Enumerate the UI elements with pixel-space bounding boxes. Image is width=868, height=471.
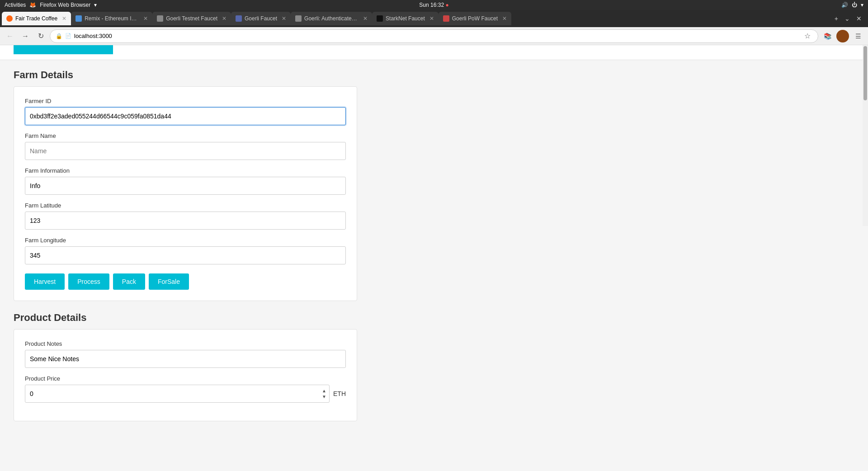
volume-icon[interactable]: 🔊 xyxy=(841,2,848,8)
tab-goerli-testnet[interactable]: Goerli Testnet Faucet ✕ xyxy=(152,12,231,25)
tab-close-starknet[interactable]: ✕ xyxy=(429,15,434,22)
tab-goerli-faucet[interactable]: Goerli Faucet ✕ xyxy=(231,12,291,25)
os-top-bar: Activities 🦊 Firefox Web Browser ▾ Sun 1… xyxy=(0,0,868,10)
price-increment-button[interactable]: ▲ xyxy=(321,388,328,394)
new-tab-button[interactable]: + xyxy=(833,14,840,23)
tab-label-goerli-auth: Goerli: Authenticated Fa… xyxy=(304,15,359,22)
tab-favicon-goerli-pow xyxy=(443,15,449,22)
product-notes-group: Product Notes xyxy=(25,340,346,368)
tab-favicon-goerli-testnet xyxy=(157,15,163,22)
page-content: Farm Details Farmer ID Farm Name Farm In… xyxy=(0,45,868,471)
farm-details-title: Farm Details xyxy=(14,69,854,81)
tab-label-starknet: StarkNet Faucet xyxy=(386,15,425,22)
nav-bar: ← → ↻ 🔒 📄 ☆ 📚 ☰ xyxy=(0,27,868,45)
reload-button[interactable]: ↻ xyxy=(34,30,47,42)
farm-action-buttons: Harvest Process Pack ForSale xyxy=(25,273,346,290)
tab-favicon-goerli-faucet xyxy=(236,15,242,22)
profile-avatar[interactable] xyxy=(836,30,849,42)
price-spinner-container: ▲ ▼ xyxy=(25,385,330,403)
tab-remix[interactable]: Remix - Ethereum IDE ✕ xyxy=(71,12,152,25)
harvest-button[interactable]: Harvest xyxy=(25,273,65,290)
firefox-icon: 🦊 xyxy=(29,2,36,8)
tab-favicon-remix xyxy=(75,15,82,22)
power-icon[interactable]: ⏻ xyxy=(852,2,857,8)
farmer-id-input[interactable] xyxy=(25,107,346,125)
tab-list-button[interactable]: ⌄ xyxy=(843,14,852,23)
tab-bar: Fair Trade Coffee ✕ Remix - Ethereum IDE… xyxy=(0,10,868,27)
farm-name-group: Farm Name xyxy=(25,132,346,160)
tab-starknet[interactable]: StarkNet Faucet ✕ xyxy=(372,12,439,25)
activities-label[interactable]: Activities xyxy=(5,2,26,8)
price-decrement-button[interactable]: ▼ xyxy=(321,394,328,400)
product-notes-input[interactable] xyxy=(25,350,346,368)
farm-info-group: Farm Information xyxy=(25,167,346,195)
top-buttons-area xyxy=(0,45,868,60)
tab-close-goerli-faucet[interactable]: ✕ xyxy=(282,15,286,22)
tab-label-goerli-faucet: Goerli Faucet xyxy=(245,15,277,22)
price-spinner: ▲ ▼ xyxy=(321,388,328,400)
farm-lat-input[interactable] xyxy=(25,212,346,230)
browser-chrome: Fair Trade Coffee ✕ Remix - Ethereum IDE… xyxy=(0,10,868,45)
tab-label-remix: Remix - Ethereum IDE xyxy=(85,15,139,22)
product-details-title: Product Details xyxy=(14,312,854,324)
address-bar: 🔒 📄 ☆ xyxy=(50,29,818,43)
scrollbar-thumb[interactable] xyxy=(863,46,867,100)
os-bar-left: Activities 🦊 Firefox Web Browser ▾ xyxy=(5,2,97,8)
tab-fair-trade[interactable]: Fair Trade Coffee ✕ xyxy=(2,12,71,25)
tab-close-goerli-testnet[interactable]: ✕ xyxy=(222,15,226,22)
farmer-id-group: Farmer ID xyxy=(25,98,346,125)
browser-dropdown-icon[interactable]: ▾ xyxy=(94,2,97,8)
tab-label-goerli-pow: Goerli PoW Faucet xyxy=(452,15,498,22)
eth-label: ETH xyxy=(333,390,346,397)
product-details-section: Product Details Product Notes Product Pr… xyxy=(14,312,854,421)
tab-favicon-starknet xyxy=(377,15,383,22)
browser-name-label[interactable]: Firefox Web Browser xyxy=(40,2,90,8)
lock-icon: 🔒 xyxy=(56,33,62,39)
tab-bar-controls: + ⌄ ✕ xyxy=(830,14,866,23)
os-clock: Sun 16:32 ● xyxy=(419,2,448,8)
top-button-2[interactable] xyxy=(59,45,113,54)
os-bar-right: 🔊 ⏻ ▾ xyxy=(841,2,863,8)
farmer-id-label: Farmer ID xyxy=(25,98,346,104)
tab-close-remix[interactable]: ✕ xyxy=(143,15,148,22)
forward-button[interactable]: → xyxy=(19,30,32,42)
main-content: Farm Details Farmer ID Farm Name Farm In… xyxy=(0,69,868,421)
farm-info-input[interactable] xyxy=(25,177,346,195)
process-button[interactable]: Process xyxy=(68,273,109,290)
menu-button[interactable]: ☰ xyxy=(852,30,864,42)
address-input[interactable] xyxy=(74,33,800,39)
back-button[interactable]: ← xyxy=(4,30,16,42)
product-price-wrapper: ▲ ▼ ETH xyxy=(25,385,346,403)
page-icon: 📄 xyxy=(65,33,71,39)
tab-favicon-goerli-auth xyxy=(295,15,302,22)
tab-goerli-pow[interactable]: Goerli PoW Faucet ✕ xyxy=(439,12,511,25)
farm-name-label: Farm Name xyxy=(25,132,346,139)
tab-label-goerli-testnet: Goerli Testnet Faucet xyxy=(166,15,217,22)
farm-lon-group: Farm Longitude xyxy=(25,237,346,264)
product-price-group: Product Price ▲ ▼ ETH xyxy=(25,375,346,403)
tab-close-fair-trade[interactable]: ✕ xyxy=(62,15,66,22)
farm-lon-input[interactable] xyxy=(25,246,346,264)
product-notes-label: Product Notes xyxy=(25,340,346,347)
tab-goerli-auth[interactable]: Goerli: Authenticated Fa… ✕ xyxy=(291,12,372,25)
product-details-box: Product Notes Product Price ▲ ▼ xyxy=(14,329,357,421)
pack-button[interactable]: Pack xyxy=(113,273,145,290)
bookmark-star-icon[interactable]: ☆ xyxy=(802,30,812,42)
top-button-1[interactable] xyxy=(14,45,59,54)
forsale-button[interactable]: ForSale xyxy=(149,273,189,290)
product-price-input[interactable] xyxy=(25,385,330,403)
tab-close-goerli-auth[interactable]: ✕ xyxy=(363,15,368,22)
bookmarks-button[interactable]: 📚 xyxy=(821,30,834,42)
tab-close-goerli-pow[interactable]: ✕ xyxy=(502,15,507,22)
close-browser-button[interactable]: ✕ xyxy=(854,14,863,23)
product-price-label: Product Price xyxy=(25,375,346,382)
tab-favicon-fair-trade xyxy=(6,15,13,22)
dropdown-icon[interactable]: ▾ xyxy=(861,2,863,8)
farm-details-box: Farmer ID Farm Name Farm Information Far… xyxy=(14,86,357,301)
farm-lat-label: Farm Latitude xyxy=(25,202,346,209)
farm-name-input[interactable] xyxy=(25,142,346,160)
scrollbar[interactable] xyxy=(863,45,868,226)
farm-lon-label: Farm Longitude xyxy=(25,237,346,244)
farm-lat-group: Farm Latitude xyxy=(25,202,346,230)
nav-actions: 📚 ☰ xyxy=(821,30,864,42)
